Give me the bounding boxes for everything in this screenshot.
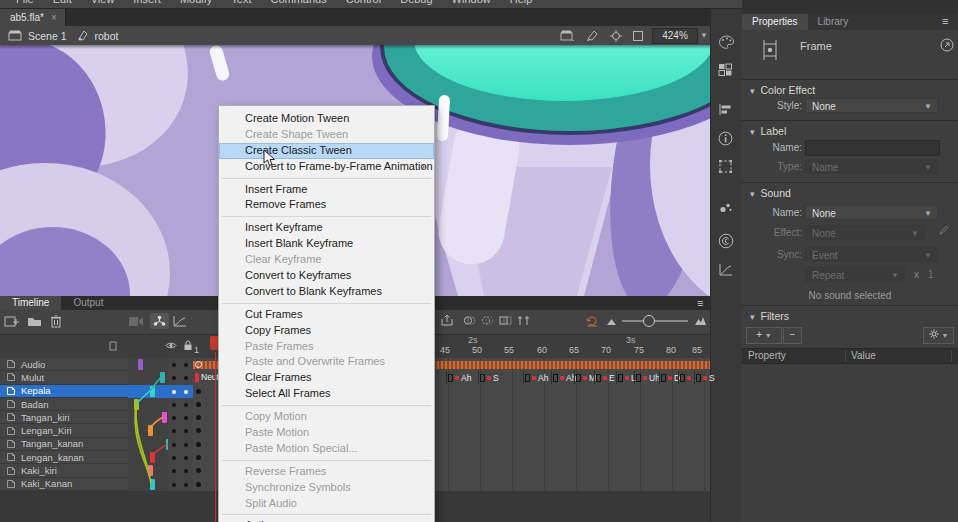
- mouth-keyframe[interactable]: Uh: [634, 371, 660, 384]
- layer-name-cell[interactable]: Tangan_kanan: [0, 438, 128, 451]
- mouth-keyframe[interactable]: Ah: [523, 371, 548, 384]
- layer-parent-bar[interactable]: [148, 425, 153, 436]
- menu-item-insert-blank-keyframe[interactable]: Insert Blank Keyframe: [219, 236, 434, 252]
- mouth-keyframe[interactable]: M: [574, 371, 596, 384]
- layer-parent-bar[interactable]: [150, 479, 155, 490]
- layer-name-cell[interactable]: Kaki_kiri: [0, 464, 128, 477]
- layer-parent-cell[interactable]: [128, 411, 168, 425]
- delete-layer-icon[interactable]: [50, 314, 62, 328]
- layer-lock-dot[interactable]: [184, 469, 188, 473]
- layer-parent-bar[interactable]: [148, 465, 153, 476]
- stage-zoom-select[interactable]: 424%: [652, 28, 698, 44]
- timeline-zoom-slider-knob[interactable]: [643, 315, 655, 327]
- menu-item-create-motion-tween[interactable]: Create Motion Tween: [219, 111, 434, 127]
- layer-visibility-dot[interactable]: [172, 416, 176, 420]
- layer-name-cell[interactable]: Kaki_Kanan: [0, 478, 128, 491]
- sound-name-dropdown[interactable]: None ▼: [805, 205, 938, 220]
- menu-item-cut-frames[interactable]: Cut Frames: [219, 307, 434, 323]
- menu-commands[interactable]: Commands: [270, 0, 326, 5]
- add-filter-button[interactable]: + ▼: [746, 327, 782, 344]
- layer-name-cell[interactable]: Mulut: [0, 371, 128, 384]
- menu-edit[interactable]: Edit: [53, 0, 72, 5]
- layer-toggles-cell[interactable]: [168, 398, 193, 412]
- layer-name-cell[interactable]: Kepala: [0, 385, 128, 398]
- layer-parent-cell[interactable]: [128, 398, 168, 412]
- menu-item-insert-keyframe[interactable]: Insert Keyframe: [219, 220, 434, 236]
- export-frame-icon[interactable]: [440, 314, 455, 327]
- layer-lock-dot[interactable]: [184, 363, 188, 367]
- mouth-keyframe[interactable]: Ah: [551, 371, 576, 384]
- clip-content-icon[interactable]: [632, 30, 644, 42]
- layer-toggles-cell[interactable]: [168, 464, 193, 478]
- swatches-icon[interactable]: [718, 63, 736, 81]
- document-tab[interactable]: ab5.fla* ×: [0, 9, 66, 26]
- layer-name-cell[interactable]: Lengan_kanan: [0, 451, 128, 464]
- panel-menu-icon[interactable]: ≡: [942, 15, 948, 27]
- edit-scene-icon[interactable]: [560, 30, 574, 41]
- layer-toggles-cell[interactable]: [168, 385, 193, 399]
- layer-parent-cell[interactable]: [128, 424, 168, 438]
- layer-name-cell[interactable]: Badan: [0, 398, 128, 411]
- menu-item-select-all-frames[interactable]: Select All Frames: [219, 386, 434, 402]
- menu-control[interactable]: Control: [346, 0, 381, 5]
- style-dropdown[interactable]: None ▼: [805, 98, 938, 113]
- timeline-tab-timeline[interactable]: Timeline: [0, 296, 61, 310]
- motion-editor-icon[interactable]: [718, 263, 736, 281]
- layer-toggles-cell[interactable]: [168, 371, 193, 385]
- layer-name-cell[interactable]: Audio: [0, 358, 128, 371]
- layer-parent-cell[interactable]: [128, 358, 168, 372]
- properties-tab-properties[interactable]: Properties: [742, 14, 808, 30]
- menu-item-create-classic-tween[interactable]: Create Classic Tween: [219, 143, 434, 159]
- layer-parent-cell[interactable]: [128, 464, 168, 478]
- brush-library-icon[interactable]: [718, 201, 736, 219]
- timeline-tab-output[interactable]: Output: [61, 296, 115, 310]
- layer-name-cell[interactable]: Lengan_Kiri: [0, 424, 128, 437]
- lock-column-icon[interactable]: [183, 340, 193, 351]
- layer-visibility-dot[interactable]: [172, 456, 176, 460]
- layer-lock-dot[interactable]: [184, 403, 188, 407]
- color-effect-section-header[interactable]: Color Effect: [750, 84, 815, 96]
- layer-lock-dot[interactable]: [184, 429, 188, 433]
- menu-window[interactable]: Window: [452, 0, 491, 5]
- layer-visibility-dot[interactable]: [172, 390, 176, 394]
- breadcrumb-symbol[interactable]: robot: [95, 30, 119, 42]
- scene-clapper-icon[interactable]: [8, 30, 22, 41]
- menu-help[interactable]: Help: [510, 0, 533, 5]
- show-parenting-view-icon[interactable]: [150, 313, 169, 329]
- layer-visibility-dot[interactable]: [172, 483, 176, 487]
- filters-section-header[interactable]: Filters: [750, 310, 789, 322]
- info-icon[interactable]: [718, 131, 736, 149]
- layer-lock-dot[interactable]: [184, 376, 188, 380]
- reset-timeline-zoom-icon[interactable]: [585, 314, 599, 327]
- mouth-keyframe[interactable]: S: [694, 371, 715, 384]
- layer-parent-cell[interactable]: [128, 478, 168, 492]
- layer-toggles-cell[interactable]: [168, 424, 193, 438]
- menu-item-convert-to-frame-by-frame-animation[interactable]: Convert to Frame-by-Frame Animation›: [219, 159, 434, 175]
- layer-toggles-cell[interactable]: [168, 411, 193, 425]
- timeline-zoom-slider-track[interactable]: [622, 320, 688, 322]
- properties-tab-library[interactable]: Library: [808, 14, 859, 30]
- center-stage-icon[interactable]: [610, 30, 622, 42]
- layer-lock-dot[interactable]: [184, 416, 188, 420]
- layer-name-cell[interactable]: Tangan_kiri: [0, 411, 128, 424]
- layer-parent-bar[interactable]: [150, 452, 155, 463]
- layer-parent-cell[interactable]: [128, 438, 168, 452]
- sound-section-header[interactable]: Sound: [750, 187, 791, 199]
- mouth-keyframe[interactable]: E: [594, 371, 615, 384]
- layer-toggles-cell[interactable]: [168, 358, 193, 372]
- menu-file[interactable]: File: [16, 0, 34, 5]
- camera-icon[interactable]: [128, 316, 144, 327]
- layer-parent-bar[interactable]: [162, 412, 167, 423]
- layer-parent-cell[interactable]: [128, 385, 168, 399]
- timeline-panel-menu-icon[interactable]: ≡: [697, 297, 703, 309]
- menu-item-remove-frames[interactable]: Remove Frames: [219, 197, 434, 213]
- layer-parent-bar[interactable]: [160, 372, 165, 383]
- menu-item-copy-frames[interactable]: Copy Frames: [219, 323, 434, 339]
- edit-multiple-frames-icon[interactable]: [499, 315, 512, 326]
- layer-parent-bar[interactable]: [134, 399, 139, 410]
- creative-cloud-icon[interactable]: [718, 233, 736, 251]
- color-palette-icon[interactable]: [718, 35, 736, 53]
- mouth-keyframe[interactable]: D: [659, 371, 680, 384]
- menu-item-actions[interactable]: Actions: [219, 518, 434, 522]
- visibility-column-eye-icon[interactable]: [165, 341, 177, 350]
